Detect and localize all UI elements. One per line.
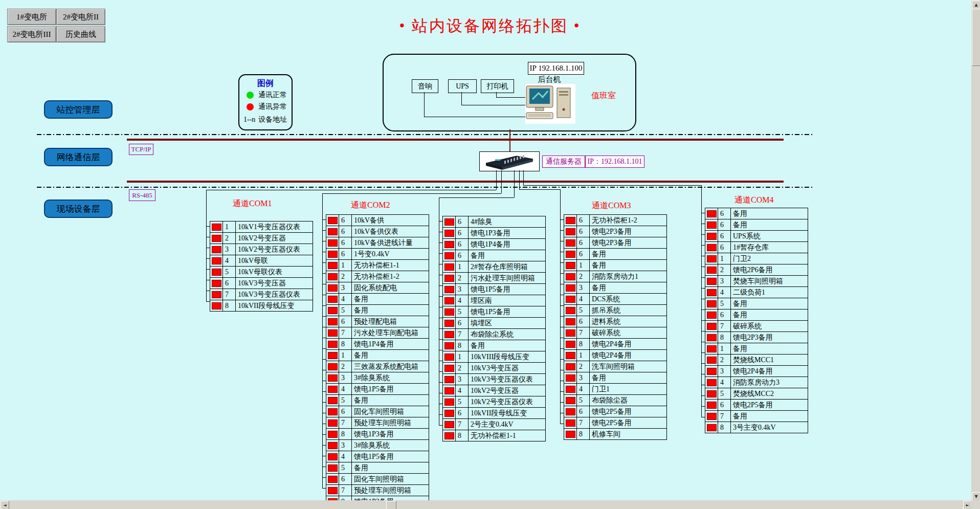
device-address: 2 bbox=[339, 271, 352, 282]
vertical-scrollbar[interactable] bbox=[971, 0, 980, 500]
status-cell bbox=[210, 244, 222, 255]
connector-line bbox=[439, 242, 442, 243]
device-name: 10kV备供 bbox=[352, 216, 429, 225]
status-cell bbox=[326, 395, 339, 406]
status-cell bbox=[705, 253, 718, 264]
connector-line bbox=[322, 241, 326, 241]
device-address: 6 bbox=[339, 406, 352, 417]
device-name: 备用 bbox=[731, 220, 808, 230]
connector-line bbox=[424, 92, 425, 117]
device-row: 6备用 bbox=[705, 208, 808, 219]
status-cell bbox=[443, 295, 455, 306]
scroll-up-icon[interactable]: ▲ bbox=[972, 1, 980, 9]
device-row: 61号变0.4kV bbox=[326, 249, 429, 260]
vertical-scroll-thumb[interactable] bbox=[972, 9, 980, 66]
device-row: 2焚烧线MCC1 bbox=[705, 355, 808, 366]
status-cell bbox=[210, 233, 222, 244]
status-cell bbox=[705, 231, 718, 241]
scroll-left-icon[interactable]: ◄ bbox=[1, 501, 9, 509]
layer-button-field-device[interactable]: 现场设备层 bbox=[44, 200, 113, 218]
device-address: 2 bbox=[455, 273, 469, 283]
device-address: 6 bbox=[455, 250, 469, 261]
comm-abnormal-status-icon bbox=[328, 453, 338, 460]
device-name: 馈电2P4备用 bbox=[731, 367, 808, 376]
device-name: 焚烧线MCC1 bbox=[731, 356, 808, 365]
connector-line bbox=[701, 267, 705, 267]
comm-server-label: 通信服务器 bbox=[542, 156, 585, 168]
device-row: 610kV3号变压器 bbox=[210, 278, 313, 289]
device-row: 1门卫2 bbox=[705, 253, 808, 264]
device-address: 7 bbox=[718, 411, 731, 422]
device-name: 无功补偿柜1-2 bbox=[352, 272, 429, 281]
status-cell bbox=[326, 429, 339, 439]
device-row: 6馈电2P3备用 bbox=[564, 226, 666, 237]
status-cell bbox=[326, 384, 339, 394]
status-cell bbox=[564, 372, 576, 383]
legend: 图例 通讯正常 通讯异常 1--n 设备地址 bbox=[238, 74, 293, 130]
connector-line bbox=[322, 467, 326, 467]
device-name: 焚烧车间照明箱 bbox=[731, 277, 808, 286]
device-row: 6馈电2P5备用 bbox=[705, 400, 808, 411]
horizontal-scrollbar[interactable] bbox=[0, 500, 971, 509]
layer-button-network-comm[interactable]: 网络通信层 bbox=[44, 148, 113, 166]
status-cell bbox=[705, 332, 718, 343]
connector-line bbox=[701, 406, 705, 407]
comm-abnormal-status-icon bbox=[566, 217, 575, 224]
comm-abnormal-status-icon bbox=[212, 302, 221, 309]
status-cell bbox=[705, 309, 718, 320]
connector-line bbox=[322, 456, 326, 456]
comm-abnormal-status-icon bbox=[444, 218, 454, 226]
scroll-right-icon[interactable]: ► bbox=[963, 501, 972, 509]
device-address: 6 bbox=[718, 219, 731, 230]
connector-line bbox=[701, 288, 705, 289]
device-address: 8 bbox=[455, 340, 469, 351]
device-address: 3 bbox=[718, 366, 731, 377]
connector-line bbox=[322, 359, 326, 360]
connector-line bbox=[206, 258, 210, 259]
status-cell bbox=[705, 343, 718, 354]
device-row: 6馈电1P4备用 bbox=[443, 239, 545, 250]
comm-abnormal-status-icon bbox=[444, 230, 454, 237]
device-name: 预处理配电箱 bbox=[352, 317, 429, 326]
device-row: 6固化车间照明箱 bbox=[326, 406, 429, 417]
connector-line bbox=[496, 170, 497, 190]
status-cell bbox=[705, 377, 718, 388]
status-cell bbox=[705, 219, 718, 230]
comm-abnormal-status-icon bbox=[444, 320, 454, 327]
connector-line bbox=[701, 309, 705, 310]
device-address: 3 bbox=[222, 244, 236, 255]
device-row: 4消防泵房动力3 bbox=[705, 377, 808, 388]
device-address: 2 bbox=[718, 355, 731, 365]
status-cell bbox=[210, 222, 222, 232]
layer-button-station-control[interactable]: 站控管理层 bbox=[44, 100, 113, 119]
connector-line bbox=[322, 391, 326, 392]
status-cell bbox=[443, 430, 455, 441]
device-name: 预处理车间照明箱 bbox=[352, 418, 429, 428]
comm-abnormal-status-icon bbox=[566, 273, 575, 280]
tcpip-label: TCP/IP bbox=[129, 144, 153, 155]
device-address: 3 bbox=[339, 372, 352, 383]
comm-abnormal-status-icon bbox=[328, 251, 338, 258]
scroll-down-icon[interactable]: ▼ bbox=[972, 492, 980, 501]
device-row: 5备用 bbox=[326, 305, 429, 316]
scada-topology-page: 1#变电所 2#变电所II 2#变电所III 历史曲线 • 站内设备网络拓扑图 … bbox=[0, 0, 980, 509]
connector-line bbox=[501, 170, 502, 193]
status-cell bbox=[326, 226, 339, 237]
connector-line bbox=[701, 331, 705, 331]
device-address: 6 bbox=[455, 318, 469, 328]
device-address: 1 bbox=[576, 350, 590, 361]
status-cell bbox=[564, 384, 576, 394]
status-cell bbox=[210, 267, 222, 277]
device-address: 6 bbox=[339, 226, 352, 237]
device-row: 8机修车间 bbox=[564, 429, 666, 440]
device-row: 12#暂存仓库照明箱 bbox=[443, 261, 545, 273]
comm-abnormal-status-icon bbox=[444, 297, 454, 304]
horizontal-scroll-thumb[interactable] bbox=[386, 501, 396, 509]
device-address: 7 bbox=[455, 329, 469, 340]
legend-item-label: 设备地址 bbox=[258, 115, 287, 124]
device-row: 4备用 bbox=[326, 294, 429, 305]
status-cell bbox=[564, 429, 576, 439]
connector-line bbox=[322, 252, 326, 252]
device-row: 3备用 bbox=[564, 372, 666, 384]
device-name: 备用 bbox=[352, 306, 429, 315]
